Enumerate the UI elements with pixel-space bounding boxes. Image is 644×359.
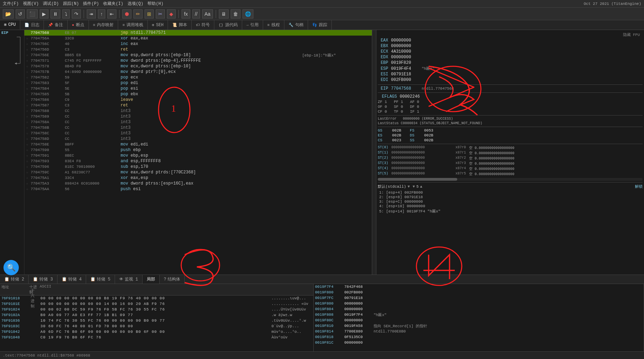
tab-handles[interactable]: 🔧 句柄: [284, 20, 308, 30]
toolbar-back[interactable]: ⇤: [107, 9, 116, 18]
menu-debug[interactable]: 调试(D): [43, 1, 59, 7]
toolbar-open[interactable]: 📂: [3, 9, 14, 18]
stack-right-row[interactable]: 0019F80C 00000000: [314, 317, 644, 323]
tab-memory[interactable]: ≡ 内存映射: [89, 20, 118, 30]
toolbar-restart[interactable]: ↺: [16, 9, 25, 18]
disasm-row[interactable]: ○ 7704757B 64:890D 00000000 mov dword pt…: [24, 69, 372, 75]
reg-esp-value[interactable]: 0019F4F4: [391, 66, 419, 71]
menu-view[interactable]: 视图(V): [23, 1, 39, 7]
menu-plugin[interactable]: 插件(P): [83, 1, 99, 7]
bottom-tab-dump3[interactable]: 📋 转储 3: [29, 275, 57, 284]
hex-dump[interactable]: 地址 十进制 ASCII 76F91018 十六进制 00 00 00 00 0…: [0, 284, 314, 351]
bottom-tab-struct[interactable]: ? 结构体: [160, 275, 185, 284]
dropdown-arrow-icon[interactable]: ▼: [407, 185, 410, 189]
toolbar-step-out[interactable]: ↑: [98, 9, 105, 18]
disasm-row[interactable]: ○ 7704758C CC int3: [24, 130, 372, 136]
reg-eflags-value[interactable]: 00002246: [400, 94, 428, 99]
disasm-row[interactable]: ○ 7704758D CC int3: [24, 136, 372, 142]
toolbar-comment[interactable]: ✂: [156, 9, 165, 18]
disasm-row[interactable]: ○ 7704759C A1 68230C77 mov eax,dword ptr…: [24, 170, 372, 175]
hex-row[interactable]: 76F91048 C0 19 F9 76 B0 6F FC 76 Àùv°oüv: [0, 335, 313, 340]
tab-script[interactable]: 📜 脚本: [168, 20, 192, 30]
count-down-icon[interactable]: ▼: [413, 185, 415, 189]
toolbar-step-into[interactable]: ⤵: [62, 9, 70, 18]
stack-right-panel[interactable]: 0019F7F4 7842F468 0019F800 002FB000 0019…: [314, 284, 644, 351]
disasm-row[interactable]: ○ 7704758E 8BFF mov edi,edi: [24, 142, 372, 147]
disasm-row[interactable]: ○ 77047582 59 pop ecx: [24, 75, 372, 80]
disasm-row[interactable]: ○ 77047591 8BEC mov ebp,esp: [24, 153, 372, 158]
disasm-row[interactable]: ○ 77047568 EB 07 jmp ntdll.77047571: [24, 30, 372, 36]
bottom-tab-dump5[interactable]: 📋 转储 5: [86, 275, 115, 284]
disasm-row[interactable]: ○ 77047593 83E4 F8 and esp,FFFFFFF8: [24, 158, 372, 164]
tab-notes[interactable]: 📌 备注: [44, 20, 68, 30]
disasm-row[interactable]: ○ 7704756D C3 ret: [24, 47, 372, 52]
fpu-toggle[interactable]: 隐藏 FPU: [378, 31, 643, 38]
stack-right-row[interactable]: 0019F818 0F5135C0: [314, 334, 644, 340]
disasm-row[interactable]: ○ 77047583 5F pop edi: [24, 80, 372, 86]
toolbar-patch[interactable]: ◆: [167, 9, 176, 18]
reg-eax-value[interactable]: 00000000: [391, 38, 419, 43]
reg-ecx-value[interactable]: 4A310000: [391, 49, 419, 54]
disasm-row[interactable]: ○ 77047588 CC int3: [24, 108, 372, 114]
tab-source[interactable]: {} 源代码: [214, 20, 242, 30]
bottom-tab-watch[interactable]: 👁 监视 1: [115, 275, 143, 284]
bottom-tab-dump4[interactable]: 📋 转储 4: [58, 275, 86, 284]
toolbar-highlight[interactable]: ✏: [133, 9, 143, 18]
disasm-scrollbar[interactable]: [372, 30, 376, 275]
stack-right-row[interactable]: 0019F7FC 00791E18: [314, 295, 644, 301]
toolbar-font[interactable]: Aa: [202, 9, 213, 18]
reg-ebx-value[interactable]: 00000000: [391, 44, 419, 48]
toolbar-memory[interactable]: 🖥: [219, 9, 229, 18]
disasm-row[interactable]: ○ 7704756C 40 inc eax: [24, 41, 372, 47]
disasm-row[interactable]: ○ 770475AA 56 push esi: [24, 186, 372, 192]
reg-ebp-value[interactable]: 0019F820: [391, 60, 419, 65]
toolbar-run-to[interactable]: ↠: [87, 9, 96, 18]
toolbar-step-over[interactable]: ↷: [72, 9, 81, 18]
disasm-row[interactable]: ○ 77047578 8B4D F0 mov ecx,dword ptrss:[…: [24, 63, 372, 69]
disasm-row[interactable]: ○ 770475A3 898424 6C010000 mov dword ptr…: [24, 181, 372, 186]
hex-row[interactable]: 76F9103C 30 60 FC 76 40 00 01 FD 70 00 0…: [0, 323, 313, 329]
stack-right-row[interactable]: 0019F800 002FB000: [314, 290, 644, 295]
menu-file[interactable]: 文件(F): [3, 1, 19, 7]
stack-right-row[interactable]: 0019F810 0019FA58 指向 SEH_Record[1] 的指针: [314, 323, 644, 329]
stack-right-row[interactable]: 0019F7F4 7842F468: [314, 284, 644, 290]
disasm-row[interactable]: ○ 77047584 5E pop esi: [24, 86, 372, 91]
tab-ref[interactable]: → 引用: [242, 20, 263, 30]
resolve-button[interactable]: 解锁: [635, 184, 643, 189]
disasm-row[interactable]: ○ 7704756A 33C0 xor eax,eax: [24, 36, 372, 41]
toolbar-bookmark[interactable]: ⊞: [145, 9, 154, 18]
disasm-row[interactable]: ○ 77047585 5B pop ebx: [24, 91, 372, 97]
tab-seh[interactable]: ⊕ SEH: [148, 20, 168, 30]
disasm-row[interactable]: ○ 77047596 81EC 70010000 sub esp,170: [24, 164, 372, 170]
disasm-row[interactable]: ○ 77047586 C9 leave: [24, 97, 372, 103]
toolbar-run[interactable]: ▶: [40, 9, 48, 18]
disasm-row[interactable]: ○ 770475A1 33C4 xor eax,esp: [24, 175, 372, 181]
menu-trace[interactable]: 跟踪(N): [63, 1, 79, 7]
disasm-row[interactable]: ○ 77047587 C3 ret: [24, 103, 372, 108]
search-fab[interactable]: 🔍: [3, 260, 19, 275]
toolbar-pause[interactable]: ⏸: [51, 9, 60, 18]
hex-row[interactable]: 76F91036 10 74 FC 76 30 55 FC 76 00 00 0…: [0, 318, 313, 323]
disasm-area[interactable]: ○ 77047568 EB 07 jmp ntdll.77047571 ○ 77…: [24, 30, 372, 275]
tab-cpu[interactable]: ⊞ CPU: [0, 20, 20, 30]
tab-threads[interactable]: ≡ 线程: [263, 20, 284, 30]
disasm-row[interactable]: ○ 77047590 55 push ebp: [24, 147, 372, 153]
reg-edi-value[interactable]: 002FB000: [391, 77, 419, 82]
stack-right-row[interactable]: 0019F81C 00000000: [314, 340, 644, 345]
tab-breakpoints[interactable]: ● 断点: [68, 20, 89, 30]
toolbar-breakpoint[interactable]: ⬢: [122, 9, 131, 18]
toolbar-expr[interactable]: fx: [182, 9, 190, 18]
disasm-row[interactable]: ○ 7704758A CC int3: [24, 119, 372, 125]
toolbar-close[interactable]: ⬛: [27, 9, 38, 18]
hex-row[interactable]: 76F91042 A0 6D FC 76 B0 6F 00 00 00 00 0…: [0, 329, 313, 335]
reg-eip-value[interactable]: 77047568: [391, 86, 419, 91]
menu-options[interactable]: 选项(Q): [128, 1, 144, 7]
bottom-tab-locals[interactable]: 局部: [143, 275, 160, 284]
bottom-tab-dump2[interactable]: 📋 转储 2: [0, 275, 29, 284]
fpu-scrollbar[interactable]: [378, 178, 643, 181]
stack-right-row[interactable]: 0019F800 00000000: [314, 301, 644, 306]
disasm-row[interactable]: ○ 7704758B CC int3: [24, 125, 372, 130]
toolbar-delete[interactable]: 🗑: [231, 9, 240, 18]
hex-row[interactable]: 76F91018 十六进制 00 00 00 00 00 00 00 00 B8…: [0, 296, 313, 301]
menu-bookmark[interactable]: 收藏夹(I): [103, 1, 123, 7]
